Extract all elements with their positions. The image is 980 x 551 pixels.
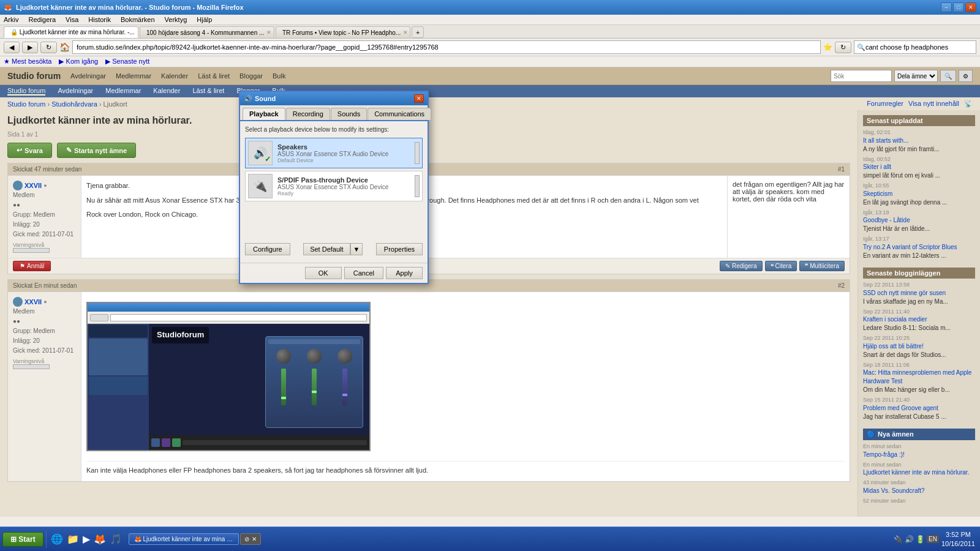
new-topic-btn[interactable]: ✎ Starta nytt ämne — [57, 143, 136, 158]
subnav-last[interactable]: Läst & liret — [192, 87, 224, 96]
tab-3-close[interactable]: ✕ — [403, 29, 408, 36]
new-topic-title-2[interactable]: Ljudkortet känner inte av mina hörlurar. — [863, 468, 975, 477]
uploaded-title-5[interactable]: Try no.2 A variant of Scriptor Blues — [863, 243, 975, 252]
ok-btn[interactable]: OK — [305, 267, 342, 279]
blog-title-1[interactable]: SSD och nytt minne gör susen — [863, 289, 975, 298]
dialog-tab-recording[interactable]: Recording — [286, 108, 330, 120]
device-item-speakers[interactable]: 🔊 ✓ Speakers ASUS Xonar Essence STX Audi… — [245, 138, 423, 168]
apply-btn[interactable]: Apply — [386, 267, 423, 279]
taskbar-item-close[interactable]: ⊘ ✕ — [240, 533, 261, 545]
nav-kalender[interactable]: Kalender — [161, 72, 188, 80]
menu-verktyg[interactable]: Verktyg — [165, 16, 187, 23]
menu-historik[interactable]: Historik — [88, 16, 111, 23]
home-icon[interactable]: 🏠 — [59, 42, 70, 52]
uploaded-title-4[interactable]: Goodbye - Låtide — [863, 216, 975, 225]
address-bar[interactable] — [72, 40, 821, 54]
forumregler-link[interactable]: Forumregler — [867, 100, 903, 108]
cancel-btn[interactable]: Cancel — [344, 267, 383, 279]
breadcrumb-hardware[interactable]: Studiohårdvara — [51, 100, 97, 108]
menu-arkiv[interactable]: Arkiv — [4, 16, 18, 23]
quicklaunch-ie-icon[interactable]: 🌐 — [51, 533, 63, 545]
nav-medlemmar[interactable]: Medlemmar — [116, 72, 151, 80]
tab-1[interactable]: 🔒 Ljudkortet känner inte av mina hörlura… — [4, 26, 138, 38]
configure-btn[interactable]: Configure — [245, 243, 290, 255]
visa-nytt-link[interactable]: Visa nytt innehåll — [908, 100, 959, 108]
uploaded-title-3[interactable]: Skepticism — [863, 190, 975, 198]
bookmark-latest[interactable]: ▶ Senaste nytt — [105, 58, 149, 66]
nav-refresh-btn[interactable]: ↻ — [40, 42, 57, 53]
bookmark-most-visited[interactable]: ★ Mest besökta — [4, 58, 51, 66]
rss-icon[interactable]: 📡 — [964, 100, 973, 108]
taskbar-item-1[interactable]: 🦊 Ljudkortet känner inte av mina hörlura… — [129, 533, 239, 545]
blog-title-3[interactable]: Hjälp oss att bli bättre! — [863, 342, 975, 351]
anmal-btn-1[interactable]: ⚑ Anmäl — [13, 261, 51, 271]
blog-title-2[interactable]: Kraften i sociala medier — [863, 315, 975, 324]
nav-back-btn[interactable]: ◀ — [4, 42, 20, 53]
dialog-tab-communications[interactable]: Communications — [368, 108, 431, 120]
nav-avdelningar[interactable]: Avdelningar — [70, 72, 106, 80]
dialog-tab-playback[interactable]: Playback — [243, 108, 285, 120]
tab-2-close[interactable]: ✕ — [266, 29, 271, 36]
multiicitera-btn-1[interactable]: ❞ Multiicitera — [799, 261, 845, 271]
new-tab-btn[interactable]: + — [412, 26, 424, 38]
win-close[interactable]: ✕ — [965, 2, 976, 12]
uploaded-title-2[interactable]: Skiter i allt — [863, 163, 975, 171]
screenshot-browser: Studioforum — [88, 303, 369, 450]
nav-last-liret[interactable]: Läst & liret — [198, 72, 230, 80]
subnav-forum[interactable]: Studio forum — [7, 87, 45, 96]
speakers-sub: ASUS Xonar Essence STX Audio Device — [277, 151, 410, 157]
quicklaunch-media-icon[interactable]: ▶ — [83, 533, 90, 545]
new-topic-title-3[interactable]: Midas Vs. Soundcraft? — [863, 487, 975, 495]
nav-bulk[interactable]: Bulk — [273, 72, 285, 80]
dialog-close-btn[interactable]: ✕ — [414, 94, 424, 103]
nav-bloggar[interactable]: Bloggar — [239, 72, 263, 80]
forum-extra-btn[interactable]: ⚙ — [959, 70, 973, 82]
subnav-medlemmar[interactable]: Medlemmar — [105, 87, 141, 96]
menu-bokmarken[interactable]: Bokmärken — [121, 16, 155, 23]
win-minimize[interactable]: − — [941, 2, 952, 12]
forum-search-input[interactable] — [831, 70, 892, 82]
refresh-btn2[interactable]: ↻ — [835, 42, 851, 53]
start-button[interactable]: ⊞ Start — [2, 532, 43, 547]
subnav-kalender[interactable]: Kalender — [153, 87, 180, 96]
svara-btn[interactable]: ↩ Svara — [7, 143, 52, 158]
nav-forward-btn[interactable]: ▶ — [22, 42, 38, 53]
menu-visa[interactable]: Visa — [66, 16, 78, 23]
forum-search-select[interactable]: Dela ämne — [894, 70, 938, 82]
tray-network-icon[interactable]: 🔌 — [894, 535, 903, 544]
tray-volume-icon[interactable]: 🔊 — [905, 535, 914, 544]
blog-title-5[interactable]: Problem med Groove agent — [863, 404, 975, 413]
dialog-tab-sounds[interactable]: Sounds — [331, 108, 367, 120]
user-1-name[interactable]: XXVII ● — [13, 181, 76, 190]
tab-2[interactable]: 100 höjdare säsong 4 - Kommunmannen ... … — [140, 26, 274, 38]
quicklaunch-winamp-icon[interactable]: 🎵 — [110, 533, 122, 545]
device-item-spdif[interactable]: 🔌 S/PDIF Pass-through Device ASUS Xonar … — [245, 171, 423, 201]
citera-btn-1[interactable]: ❝ Citera — [765, 261, 797, 271]
blog-title-4[interactable]: Mac: Hitta minnesproblemen med Apple Har… — [863, 369, 975, 386]
win-maximize[interactable]: □ — [953, 2, 964, 12]
breadcrumb-home[interactable]: Studio forum — [7, 100, 45, 108]
menu-redigera[interactable]: Redigera — [28, 16, 56, 23]
search-input[interactable] — [865, 43, 973, 51]
set-default-dropdown[interactable]: ▼ — [350, 243, 363, 255]
redigera-btn-1[interactable]: ✎ Redigera — [720, 261, 763, 271]
uploaded-title-1[interactable]: It all starts with... — [863, 137, 975, 145]
bookmark-get-started[interactable]: ▶ Kom igång — [59, 58, 98, 66]
new-topic-title-1[interactable]: Tempo-fråga :)! — [863, 451, 975, 459]
properties-btn[interactable]: Properties — [376, 243, 423, 255]
sound-dialog[interactable]: 🔊 Sound ✕ Playback Recording Sounds Comm… — [239, 91, 429, 284]
user-2-name[interactable]: XXVII ● — [13, 297, 76, 307]
subnav-avdelningar[interactable]: Avdelningar — [58, 87, 93, 96]
search-box: 🔍 — [854, 40, 976, 54]
tab-1-close[interactable]: ✕ — [137, 29, 138, 36]
tray-battery-icon[interactable]: 🔋 — [916, 535, 925, 544]
tab-3[interactable]: TR Forums • View topic - No FP Headpho..… — [276, 26, 410, 38]
quicklaunch-firefox-icon[interactable]: 🦊 — [94, 533, 106, 545]
scr-forum-logo: Studioforum — [152, 327, 209, 343]
set-default-btn[interactable]: Set Default — [303, 243, 350, 255]
quicklaunch-folder-icon[interactable]: 📁 — [67, 533, 79, 545]
user-1-warning: Varningsnivå — [13, 242, 76, 248]
sidebar-uploaded-item-4: Igår, 13:19 Goodbye - Låtide Tjenist Här… — [863, 209, 975, 234]
forum-search-btn[interactable]: 🔍 — [940, 70, 956, 82]
menu-hjalp[interactable]: Hjälp — [197, 16, 212, 23]
